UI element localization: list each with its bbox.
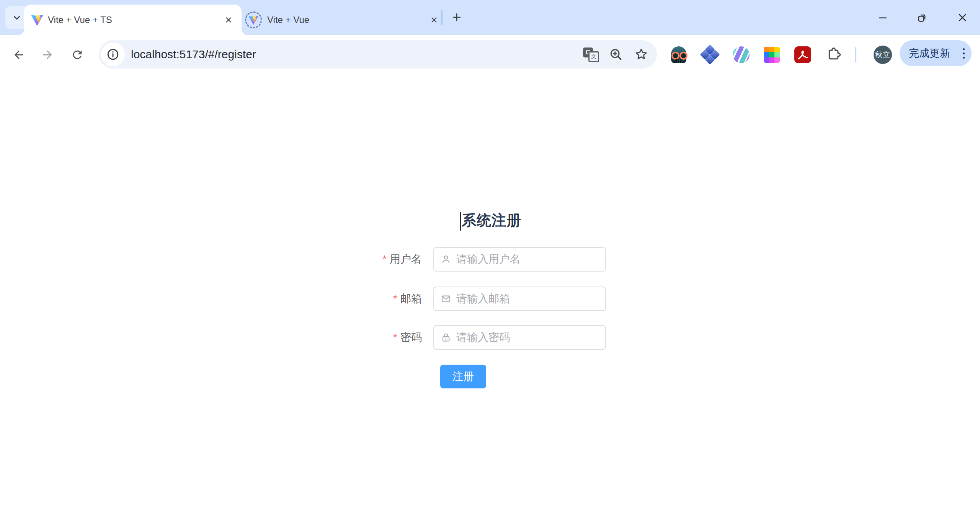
bookmark-button[interactable] — [632, 45, 651, 64]
tab-separator — [441, 10, 443, 25]
text-cursor — [460, 212, 461, 231]
extensions-menu-button[interactable] — [823, 44, 844, 65]
username-input[interactable] — [456, 253, 605, 265]
translate-icon: G 文 — [582, 46, 599, 63]
tab-inactive[interactable]: Vite + Vue — [237, 5, 448, 35]
register-button[interactable]: 注册 — [440, 365, 486, 388]
password-field[interactable] — [433, 325, 606, 350]
tab-close-button[interactable] — [222, 13, 235, 27]
color-grid-extension-icon — [764, 47, 780, 63]
page-title: 系统注册 — [462, 211, 521, 230]
extension-button[interactable] — [761, 44, 782, 65]
email-input[interactable] — [456, 293, 605, 305]
toolbar-separator — [855, 47, 856, 62]
back-arrow-icon — [12, 48, 25, 61]
browser-window: Vite + Vue + TS Vite + Vue — [0, 0, 980, 524]
browser-toolbar: localhost:5173/#/register G 文 — [0, 35, 980, 75]
tab-title: Vite + Vue — [267, 15, 309, 25]
username-field[interactable] — [433, 247, 606, 272]
profile-avatar[interactable]: 秋立 — [874, 46, 892, 64]
email-label: * 邮箱 — [345, 287, 422, 311]
reload-icon — [71, 48, 84, 61]
puzzle-extensions-icon — [826, 47, 841, 62]
kebab-menu-icon[interactable] — [963, 48, 965, 59]
acrobat-extension-icon — [794, 46, 811, 63]
zoom-button[interactable] — [606, 45, 626, 64]
finish-update-button[interactable]: 完成更新 — [900, 40, 972, 66]
new-tab-button[interactable] — [446, 7, 467, 28]
tab-strip: Vite + Vue + TS Vite + Vue — [0, 0, 980, 35]
tab-title: Vite + Vue + TS — [48, 15, 112, 25]
extension-button[interactable] — [792, 44, 813, 65]
star-icon — [634, 47, 648, 62]
info-icon — [106, 47, 120, 61]
zoom-in-icon — [609, 47, 623, 62]
required-asterisk: * — [393, 293, 397, 305]
page-content: 系统注册 * 用户名 * 邮箱 * 密码 注册 — [0, 74, 980, 524]
required-asterisk: * — [382, 253, 387, 265]
close-window-button[interactable] — [955, 10, 970, 25]
extension-button[interactable] — [700, 44, 720, 65]
address-bar[interactable]: localhost:5173/#/register G 文 — [99, 40, 657, 69]
email-field[interactable] — [433, 287, 606, 311]
plus-icon — [451, 11, 462, 23]
username-label: * 用户名 — [345, 247, 422, 272]
password-label: * 密码 — [345, 325, 422, 350]
user-icon — [440, 254, 452, 265]
forward-button[interactable] — [37, 44, 58, 65]
reload-button[interactable] — [67, 44, 88, 65]
skull-glasses-extension-icon — [670, 46, 687, 64]
mail-icon — [440, 293, 452, 305]
site-info-button[interactable] — [101, 43, 125, 66]
password-input[interactable] — [456, 331, 605, 344]
back-button[interactable] — [8, 44, 29, 65]
chevron-down-icon — [12, 13, 22, 23]
minimize-button[interactable] — [875, 10, 890, 25]
forward-arrow-icon — [41, 48, 54, 61]
clover-extension-icon — [701, 46, 719, 64]
tab-close-button[interactable] — [427, 13, 441, 27]
restore-window-icon — [916, 12, 928, 23]
extension-button[interactable] — [731, 44, 751, 65]
minimize-icon — [877, 12, 889, 23]
required-asterisk: * — [393, 331, 397, 344]
extension-button[interactable] — [668, 44, 689, 65]
lock-icon — [440, 332, 452, 343]
translate-button[interactable]: G 文 — [581, 45, 600, 64]
vite-logo-loading-icon — [245, 11, 262, 28]
close-icon — [430, 16, 438, 24]
restore-window-button[interactable] — [914, 10, 929, 25]
close-window-icon — [957, 12, 968, 23]
striped-globe-extension-icon — [733, 46, 750, 63]
vite-logo-icon — [31, 14, 43, 26]
url-text[interactable]: localhost:5173/#/register — [131, 48, 256, 61]
finish-update-label: 完成更新 — [909, 46, 950, 60]
tab-active[interactable]: Vite + Vue + TS — [24, 5, 242, 35]
close-icon — [224, 16, 233, 24]
